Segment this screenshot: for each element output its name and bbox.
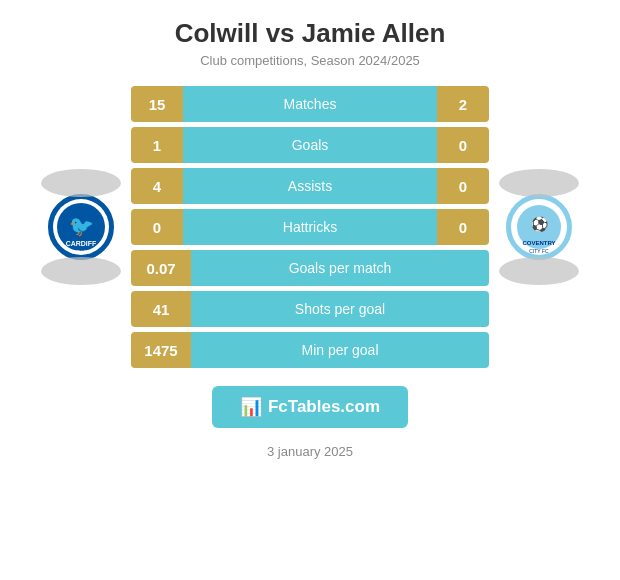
svg-text:COVENTRY: COVENTRY (522, 240, 555, 246)
stat-row-goals: 1Goals0 (131, 127, 489, 163)
right-ellipse-top (499, 169, 579, 197)
svg-text:⚽: ⚽ (531, 216, 549, 233)
svg-text:CARDIFF: CARDIFF (66, 240, 97, 247)
footer-date: 3 january 2025 (267, 444, 353, 459)
svg-text:CITY FC: CITY FC (71, 249, 91, 255)
page-subtitle: Club competitions, Season 2024/2025 (200, 53, 420, 68)
stats-column: 15Matches21Goals04Assists00Hattricks00.0… (125, 86, 495, 368)
fctables-text-label: FcTables.com (268, 397, 380, 417)
fctables-label: 📊 FcTables.com (240, 396, 380, 418)
stat-row-goals-per-match: 0.07Goals per match (131, 250, 489, 286)
right-ellipse-bottom (499, 257, 579, 285)
stat-label-matches: Matches (183, 86, 437, 122)
fctables-banner: 📊 FcTables.com (212, 386, 408, 428)
svg-text:CITY FC: CITY FC (529, 248, 549, 254)
page-container: Colwill vs Jamie Allen Club competitions… (0, 0, 620, 580)
stat-label-goals: Goals (183, 127, 437, 163)
stat-row-assists: 4Assists0 (131, 168, 489, 204)
stat-row-shots-per-goal: 41Shots per goal (131, 291, 489, 327)
stat-right-value-goals: 0 (437, 127, 489, 163)
stat-right-value-matches: 2 (437, 86, 489, 122)
svg-text:🐦: 🐦 (69, 214, 94, 238)
right-club-logo-wrapper: ⚽ COVENTRY CITY FC (495, 161, 583, 293)
stat-label-hattricks: Hattricks (183, 209, 437, 245)
page-title: Colwill vs Jamie Allen (175, 18, 446, 49)
stat-row-matches: 15Matches2 (131, 86, 489, 122)
coventry-city-logo: ⚽ COVENTRY CITY FC (503, 191, 575, 263)
stat-left-value-assists: 4 (131, 168, 183, 204)
left-club-logo-wrapper: 🐦 CARDIFF CITY FC (37, 161, 125, 293)
stat-left-value-min-per-goal: 1475 (131, 332, 191, 368)
stat-left-value-shots-per-goal: 41 (131, 291, 191, 327)
left-ellipse-bottom (41, 257, 121, 285)
stat-label-assists: Assists (183, 168, 437, 204)
stat-right-value-hattricks: 0 (437, 209, 489, 245)
stat-row-min-per-goal: 1475Min per goal (131, 332, 489, 368)
stat-right-value-assists: 0 (437, 168, 489, 204)
stat-label-goals-per-match: Goals per match (191, 250, 489, 286)
cardiff-city-logo: 🐦 CARDIFF CITY FC (45, 191, 117, 263)
stat-label-min-per-goal: Min per goal (191, 332, 489, 368)
main-area: 🐦 CARDIFF CITY FC 15Matches21Goals04Assi… (0, 86, 620, 368)
stat-row-hattricks: 0Hattricks0 (131, 209, 489, 245)
left-ellipse-top (41, 169, 121, 197)
stat-left-value-goals-per-match: 0.07 (131, 250, 191, 286)
fctables-icon: 📊 (240, 396, 262, 418)
stat-left-value-hattricks: 0 (131, 209, 183, 245)
stat-left-value-goals: 1 (131, 127, 183, 163)
stat-left-value-matches: 15 (131, 86, 183, 122)
stat-label-shots-per-goal: Shots per goal (191, 291, 489, 327)
